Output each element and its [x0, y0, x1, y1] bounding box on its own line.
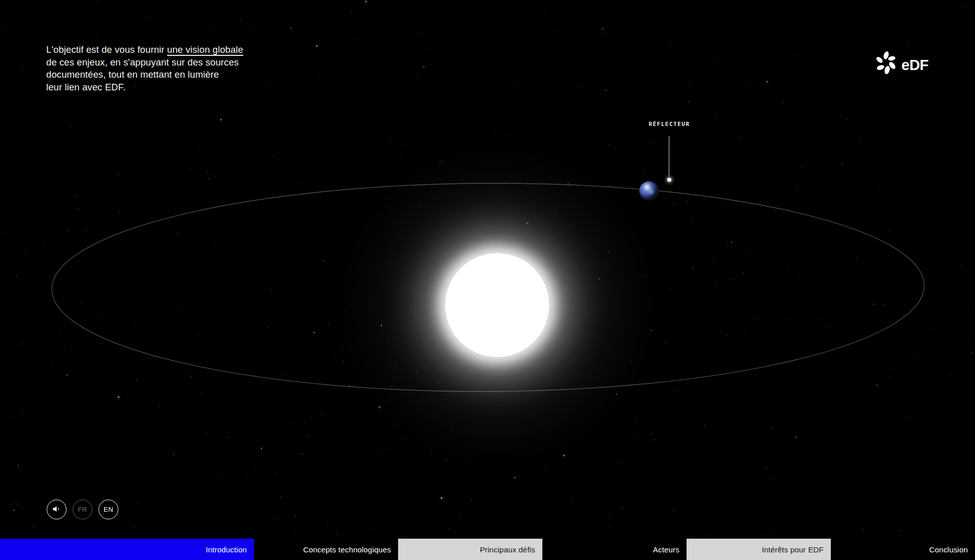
nav-item-concepts-technologiques[interactable]: Concepts technologiques [254, 539, 398, 560]
nav-item-conclusion[interactable]: Conclusion [831, 539, 975, 560]
sun [445, 253, 549, 357]
sound-button[interactable] [47, 500, 67, 519]
lang-fr-button[interactable]: FR [73, 500, 92, 519]
bottom-nav: Introduction Concepts technologiques Pri… [0, 539, 975, 560]
intro-line1-pre: L'objectif est de vous fournir [46, 44, 167, 55]
reflector-callout-line [669, 136, 669, 177]
nav-item-interets-pour-edf[interactable]: Intérêts pour EDF [687, 539, 831, 560]
lang-en-button[interactable]: EN [99, 500, 118, 519]
reflector-dot [667, 178, 671, 182]
edf-wordmark: eDF [901, 54, 928, 73]
intro-line4: leur lien avec EDF. [46, 82, 125, 92]
intro-line3: documentées, tout en mettant en lumière [46, 69, 219, 80]
intro-line2: de ces enjeux, en s'appuyant sur des sou… [46, 57, 239, 68]
intro-paragraph: L'objectif est de vous fournir une visio… [46, 44, 280, 93]
intro-underlined-link[interactable]: une vision globale [167, 44, 243, 55]
nav-item-principaux-defis[interactable]: Principaux défis [398, 539, 542, 560]
bottom-left-controls: FR EN [47, 500, 118, 519]
nav-item-introduction[interactable]: Introduction [0, 539, 254, 560]
earth [639, 181, 659, 201]
speaker-icon [52, 504, 61, 515]
nav-item-acteurs[interactable]: Acteurs [542, 539, 687, 560]
edf-swirl-icon [874, 51, 898, 75]
reflector-label: RÉFLECTEUR [631, 121, 707, 127]
edf-logo: eDF [874, 51, 928, 75]
